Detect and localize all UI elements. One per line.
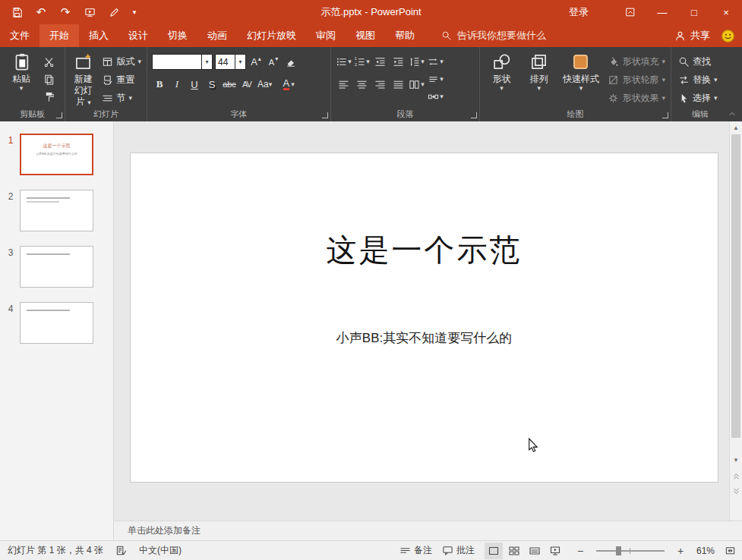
slide-thumbnail-4[interactable]	[20, 302, 93, 344]
font-name-input[interactable]	[152, 54, 202, 70]
increase-indent-button[interactable]	[390, 54, 406, 70]
zoom-in-button[interactable]: +	[674, 543, 687, 559]
slide-thumbnail-3[interactable]	[20, 246, 93, 288]
font-color-button[interactable]: A▾	[281, 77, 296, 92]
tab-view[interactable]: 视图	[346, 24, 385, 47]
maximize-button[interactable]: □	[678, 0, 710, 24]
tab-design[interactable]: 设计	[118, 24, 158, 47]
scrollbar-thumb[interactable]	[731, 134, 740, 438]
zoom-slider-handle[interactable]	[616, 546, 621, 555]
next-slide-button[interactable]	[730, 484, 742, 498]
font-name-combo[interactable]: ▾	[152, 54, 213, 70]
line-spacing-button[interactable]: ▾	[409, 54, 425, 70]
notes-toggle-button[interactable]: 备注	[399, 544, 432, 557]
italic-button[interactable]: I	[169, 77, 185, 92]
collapse-ribbon-button[interactable]	[726, 109, 738, 119]
text-direction-button[interactable]: ▾	[428, 54, 444, 70]
comments-toggle-button[interactable]: 批注	[442, 544, 475, 557]
text-shadow-button[interactable]: S	[204, 77, 219, 92]
notes-placeholder[interactable]: 单击此处添加备注	[128, 524, 200, 537]
zoom-level[interactable]: 61%	[696, 546, 715, 556]
ribbon-display-options-button[interactable]	[614, 0, 646, 24]
undo-button[interactable]: ↶	[32, 2, 50, 22]
convert-to-smartart-button[interactable]: ▾	[428, 89, 444, 105]
slide-subtitle-text[interactable]: 小声BB:其实不知道要写什么的	[131, 329, 718, 347]
numbering-button[interactable]: ▾	[354, 54, 370, 70]
clear-formatting-button[interactable]	[283, 55, 298, 70]
start-slideshow-button[interactable]	[81, 2, 99, 22]
redo-button[interactable]: ↷	[56, 2, 74, 22]
tab-help[interactable]: 帮助	[385, 24, 425, 47]
tab-review[interactable]: 审阅	[306, 24, 346, 47]
scroll-up-button[interactable]: ▲	[730, 121, 742, 134]
tab-insert[interactable]: 插入	[79, 24, 118, 47]
zoom-slider[interactable]	[596, 545, 665, 557]
tab-animations[interactable]: 动画	[197, 24, 237, 47]
language-indicator[interactable]: 中文(中国)	[139, 544, 182, 557]
spell-check-button[interactable]	[115, 545, 127, 556]
copy-button[interactable]	[41, 71, 56, 87]
close-button[interactable]: ×	[710, 0, 742, 24]
slide-indicator[interactable]: 幻灯片 第 1 张，共 4 张	[8, 544, 103, 557]
font-size-input[interactable]	[215, 54, 235, 70]
slide-thumbnail-2[interactable]	[20, 190, 93, 231]
dialog-launcher-icon[interactable]	[56, 112, 62, 118]
previous-slide-button[interactable]	[730, 469, 742, 483]
find-button[interactable]: 查找	[676, 53, 720, 70]
slide-title-text[interactable]: 这是一个示范	[131, 229, 718, 271]
vertical-scrollbar[interactable]: ▲ ▼	[729, 121, 742, 521]
align-right-button[interactable]	[372, 77, 388, 93]
paste-button[interactable]: 粘贴 ▾	[5, 50, 38, 108]
fit-slide-to-window-button[interactable]	[725, 545, 736, 556]
sign-in-button[interactable]: 登录	[569, 5, 589, 19]
slideshow-view-button[interactable]	[546, 543, 564, 559]
cut-button[interactable]	[41, 54, 56, 69]
shape-fill-button[interactable]: 形状填充▾	[605, 53, 668, 70]
pen-button[interactable]	[105, 2, 123, 22]
scroll-down-button[interactable]: ▼	[730, 454, 742, 466]
format-painter-button[interactable]	[41, 89, 56, 104]
reading-view-button[interactable]	[526, 543, 544, 559]
bullets-button[interactable]: ▾	[336, 54, 352, 70]
decrease-indent-button[interactable]	[372, 54, 388, 70]
columns-button[interactable]: ▾	[409, 77, 425, 93]
increase-font-size-button[interactable]: A▴	[248, 55, 264, 70]
shapes-button[interactable]: 形状 ▾	[485, 50, 519, 108]
zoom-out-button[interactable]: −	[574, 543, 586, 559]
customize-qat-button[interactable]: ▾	[129, 2, 140, 22]
slide-editor[interactable]: 这是一个示范 小声BB:其实不知道要写什么的	[131, 153, 718, 482]
align-left-button[interactable]	[336, 77, 352, 93]
chevron-down-icon[interactable]: ▾	[235, 54, 246, 70]
tab-slideshow[interactable]: 幻灯片放映	[237, 24, 306, 47]
select-button[interactable]: 选择▾	[676, 90, 720, 106]
tell-me-search[interactable]: 告诉我你想要做什么	[435, 24, 552, 47]
dialog-launcher-icon[interactable]	[471, 112, 477, 118]
underline-button[interactable]: U	[187, 77, 202, 92]
quick-styles-button[interactable]: 快速样式 ▾	[559, 50, 602, 108]
new-slide-button[interactable]: 新建 幻灯片 ▾	[70, 50, 96, 108]
dialog-launcher-icon[interactable]	[322, 112, 328, 118]
bold-button[interactable]: B	[152, 77, 167, 92]
layout-button[interactable]: 版式▾	[99, 53, 144, 70]
align-text-button[interactable]: ▾	[428, 71, 444, 87]
align-center-button[interactable]	[354, 77, 370, 93]
shape-effects-button[interactable]: 形状效果▾	[605, 90, 668, 106]
minimize-button[interactable]: —	[646, 0, 678, 24]
tab-home[interactable]: 开始	[39, 24, 79, 47]
strikethrough-button[interactable]: abc	[222, 77, 237, 92]
justify-button[interactable]	[390, 77, 406, 93]
tab-file[interactable]: 文件	[0, 24, 39, 47]
decrease-font-size-button[interactable]: A▾	[266, 55, 281, 70]
slide-thumbnail-1[interactable]: 这是一个示范 小声BB:其实不知道要写什么的	[20, 134, 93, 175]
dialog-launcher-icon[interactable]	[662, 112, 668, 118]
save-button[interactable]	[8, 2, 26, 22]
reset-button[interactable]: 重置	[99, 71, 144, 88]
zoom-track[interactable]	[596, 550, 665, 552]
notes-pane[interactable]: 单击此处添加备注	[114, 521, 742, 540]
font-size-combo[interactable]: ▾	[215, 54, 246, 70]
tab-transitions[interactable]: 切换	[158, 24, 197, 47]
share-button[interactable]: 共享	[668, 24, 716, 47]
character-spacing-button[interactable]: AV	[239, 77, 254, 92]
replace-button[interactable]: 替换▾	[676, 71, 720, 88]
section-button[interactable]: 节▾	[99, 90, 144, 106]
